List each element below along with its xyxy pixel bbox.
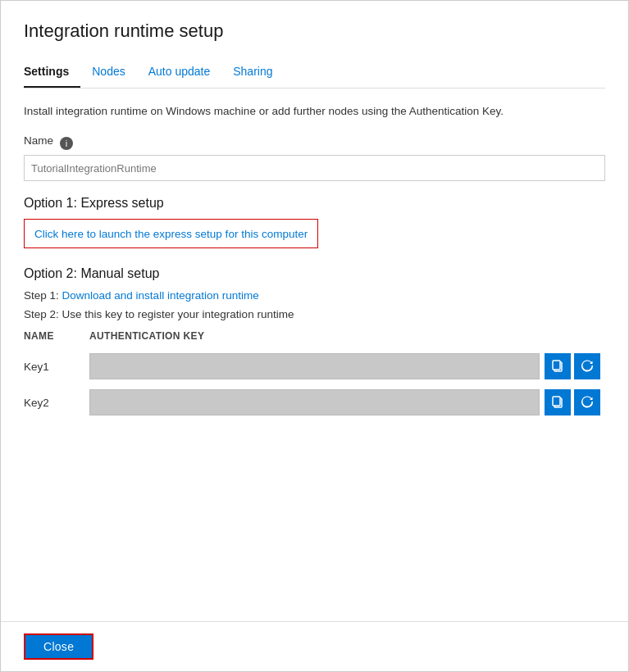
step1-prefix: Step 1:: [24, 289, 62, 302]
key1-input: [89, 353, 540, 379]
copy-icon: [551, 359, 564, 375]
key1-copy-button[interactable]: [545, 353, 571, 379]
refresh-icon: [581, 359, 594, 375]
copy-icon: [551, 395, 564, 411]
key2-row-inner: [89, 389, 540, 415]
tab-sharing[interactable]: Sharing: [233, 58, 284, 88]
key1-input-wrapper: [89, 353, 540, 379]
key2-actions: [540, 389, 605, 415]
key2-input-wrapper: [89, 389, 540, 415]
dialog-title: Integration runtime setup: [24, 20, 605, 42]
express-setup-link-box: Click here to launch the express setup f…: [24, 219, 318, 248]
dialog-footer: Close: [1, 621, 628, 671]
col-name-header: NAME: [24, 330, 89, 348]
key1-row-inner: [89, 353, 540, 379]
key1-actions: [540, 353, 605, 379]
keys-table: NAME AUTHENTICATION KEY Key1: [24, 330, 605, 420]
key2-refresh-button[interactable]: [574, 389, 600, 415]
key2-name: Key2: [24, 384, 89, 420]
name-label-row: Name i: [24, 134, 605, 152]
key1-name: Key1: [24, 348, 89, 384]
tab-auto-update[interactable]: Auto update: [148, 58, 222, 88]
express-setup-link[interactable]: Click here to launch the express setup f…: [34, 228, 308, 240]
tab-bar: Settings Nodes Auto update Sharing: [24, 58, 605, 89]
integration-runtime-dialog: Integration runtime setup Settings Nodes…: [0, 0, 629, 672]
table-row: Key1: [24, 348, 605, 384]
name-input[interactable]: [24, 155, 605, 181]
refresh-icon: [581, 395, 594, 411]
key1-refresh-button[interactable]: [574, 353, 600, 379]
svg-rect-1: [553, 361, 560, 370]
tab-nodes[interactable]: Nodes: [92, 58, 136, 88]
key2-input: [89, 389, 540, 415]
table-row: Key2: [24, 384, 605, 420]
step2-row: Step 2: Use this key to register your in…: [24, 308, 605, 320]
step1-link[interactable]: Download and install integration runtime: [62, 289, 259, 302]
key2-copy-button[interactable]: [545, 389, 571, 415]
col-auth-header: AUTHENTICATION KEY: [89, 330, 540, 348]
close-button[interactable]: Close: [24, 633, 93, 660]
svg-rect-3: [553, 397, 560, 406]
tab-settings[interactable]: Settings: [24, 58, 80, 88]
option2-title: Option 2: Manual setup: [24, 266, 605, 281]
description-text: Install integration runtime on Windows m…: [24, 103, 605, 120]
name-label: Name: [24, 134, 53, 147]
info-icon[interactable]: i: [60, 137, 73, 150]
dialog-content: Integration runtime setup Settings Nodes…: [1, 1, 628, 621]
option1-title: Option 1: Express setup: [24, 196, 605, 211]
step1-row: Step 1: Download and install integration…: [24, 289, 605, 302]
